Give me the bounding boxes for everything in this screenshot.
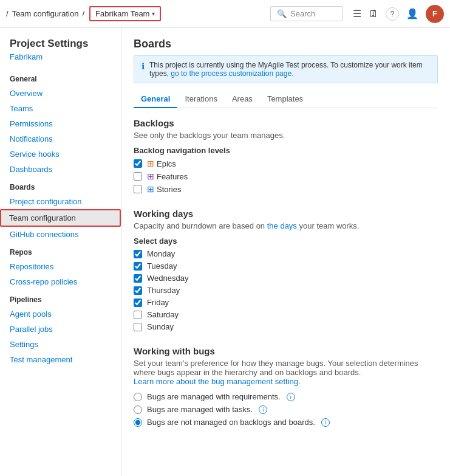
tab-templates[interactable]: Templates (260, 91, 310, 108)
breadcrumb-item1[interactable]: Team configuration (12, 9, 79, 18)
tab-iterations[interactable]: Iterations (177, 91, 224, 108)
sidebar-item-notifications[interactable]: Notifications (0, 131, 121, 147)
stories-icon-label: ⊞ Stories (147, 184, 181, 194)
checkbox-features[interactable] (134, 172, 142, 181)
info-icon: ℹ (141, 61, 145, 71)
sidebar-item-settings[interactable]: Settings (0, 337, 121, 352)
wednesday-label: Wednesday (147, 274, 188, 283)
sidebar-item-project-configuration[interactable]: Project configuration (0, 194, 121, 209)
content-area: Boards ℹ This project is currently using… (121, 28, 450, 476)
list-icon[interactable]: ☰ (353, 8, 361, 19)
breadcrumb-sep2: / (82, 9, 84, 18)
sidebar-item-dashboards[interactable]: Dashboards (0, 162, 121, 177)
info-circle-tasks[interactable]: i (259, 405, 267, 414)
backlogs-description: See only the backlogs your team manages. (134, 131, 438, 140)
process-customization-link[interactable]: go to the process customization page. (171, 69, 293, 78)
sidebar: Project Settings Fabrikam General Overvi… (0, 28, 121, 476)
radio-bugs-requirements[interactable] (134, 393, 142, 401)
sidebar-item-permissions[interactable]: Permissions (0, 116, 121, 131)
tab-areas[interactable]: Areas (225, 91, 260, 108)
day-friday: Friday (134, 298, 438, 307)
working-with-bugs-section: Working with bugs Set your team's prefer… (134, 346, 438, 427)
features-label: Features (157, 172, 188, 181)
search-icon: 🔍 (277, 9, 287, 18)
topbar-icons: ☰ 🗓 ? 👤 F (353, 5, 444, 23)
working-days-description: Capacity and burndown are based on the d… (134, 221, 438, 230)
sidebar-section-general: General (0, 69, 121, 86)
day-monday: Monday (134, 249, 438, 258)
sidebar-item-repositories[interactable]: Repositories (0, 259, 121, 274)
bugs-tasks-label: Bugs are managed with tasks. (147, 405, 253, 414)
epics-icon: ⊞ (147, 159, 154, 168)
checkbox-tuesday[interactable] (134, 262, 142, 271)
radio-bugs-tasks[interactable] (134, 405, 142, 414)
sidebar-item-teams[interactable]: Teams (0, 101, 121, 116)
backlog-item-features: ⊞ Features (134, 171, 438, 181)
thursday-label: Thursday (147, 286, 180, 295)
backlogs-section: Backlogs See only the backlogs your team… (134, 118, 438, 194)
search-placeholder: Search (290, 9, 315, 18)
sidebar-item-test-management[interactable]: Test management (0, 352, 121, 367)
working-days-title: Working days (134, 209, 438, 219)
sidebar-item-team-configuration[interactable]: Team configuration (0, 209, 121, 227)
radio-bugs-not-managed[interactable] (134, 418, 142, 427)
stories-icon: ⊞ (147, 184, 154, 194)
info-banner: ℹ This project is currently using the My… (134, 55, 438, 83)
sidebar-item-overview[interactable]: Overview (0, 86, 121, 101)
bugs-requirements-row: Bugs are managed with requirements. i (134, 392, 438, 401)
info-circle-requirements[interactable]: i (287, 393, 295, 401)
checkbox-monday[interactable] (134, 250, 142, 258)
topbar: / Team configuration / Fabrikam Team ▾ 🔍… (0, 0, 450, 28)
backlog-item-epics: ⊞ Epics (134, 159, 438, 168)
calendar-icon[interactable]: 🗓 (369, 9, 378, 19)
tab-general[interactable]: General (134, 91, 177, 108)
sidebar-item-parallel-jobs[interactable]: Parallel jobs (0, 322, 121, 337)
bugs-not-managed-row: Bugs are not managed on backlogs and boa… (134, 418, 438, 427)
team-selector[interactable]: Fabrikam Team ▾ (89, 6, 161, 21)
sidebar-title: Project Settings (0, 38, 121, 52)
sidebar-item-cross-repo-policies[interactable]: Cross-repo policies (0, 274, 121, 289)
bugs-not-managed-label: Bugs are not managed on backlogs and boa… (147, 418, 315, 427)
backlogs-title: Backlogs (134, 118, 438, 128)
checkbox-saturday[interactable] (134, 311, 142, 319)
checkbox-stories[interactable] (134, 185, 142, 193)
tabs: General Iterations Areas Templates (134, 91, 438, 108)
sidebar-section-pipelines: Pipelines (0, 289, 121, 306)
sidebar-section-boards: Boards (0, 177, 121, 194)
avatar[interactable]: F (426, 5, 444, 23)
day-wednesday: Wednesday (134, 274, 438, 283)
features-icon: ⊞ (147, 171, 154, 181)
checkbox-epics[interactable] (134, 159, 142, 168)
checkbox-sunday[interactable] (134, 323, 142, 331)
breadcrumb-sep1: / (6, 9, 9, 18)
day-sunday: Sunday (134, 322, 438, 331)
bugs-requirements-label: Bugs are managed with requirements. (147, 392, 281, 401)
tuesday-label: Tuesday (147, 261, 177, 271)
sidebar-item-github-connections[interactable]: GitHub connections (0, 227, 121, 242)
sidebar-item-agent-pools[interactable]: Agent pools (0, 306, 121, 322)
monday-label: Monday (147, 249, 175, 258)
chevron-down-icon: ▾ (152, 10, 155, 17)
info-circle-not-managed[interactable]: i (321, 418, 330, 427)
friday-label: Friday (147, 298, 169, 307)
bugs-tasks-row: Bugs are managed with tasks. i (134, 405, 438, 414)
sidebar-project-name[interactable]: Fabrikam (0, 52, 121, 69)
saturday-label: Saturday (147, 310, 179, 319)
backlog-nav-levels-title: Backlog navigation levels (134, 146, 438, 155)
day-thursday: Thursday (134, 286, 438, 295)
help-icon[interactable]: ? (386, 7, 399, 21)
sunday-label: Sunday (147, 322, 174, 331)
team-label: Fabrikam Team (95, 9, 149, 18)
person-icon[interactable]: 👤 (406, 8, 418, 19)
checkbox-friday[interactable] (134, 298, 142, 307)
checkbox-thursday[interactable] (134, 286, 142, 295)
info-banner-text: This project is currently using the MyAg… (149, 61, 430, 78)
sidebar-item-service-hooks[interactable]: Service hooks (0, 147, 121, 162)
days-link[interactable]: the days (267, 221, 297, 230)
search-box[interactable]: 🔍 Search (270, 6, 343, 21)
learn-more-bugs-link[interactable]: Learn more about the bug management sett… (134, 377, 301, 386)
bugs-title: Working with bugs (134, 346, 438, 356)
features-icon-label: ⊞ Features (147, 171, 188, 181)
breadcrumb: / Team configuration / (6, 9, 84, 18)
checkbox-wednesday[interactable] (134, 274, 142, 283)
